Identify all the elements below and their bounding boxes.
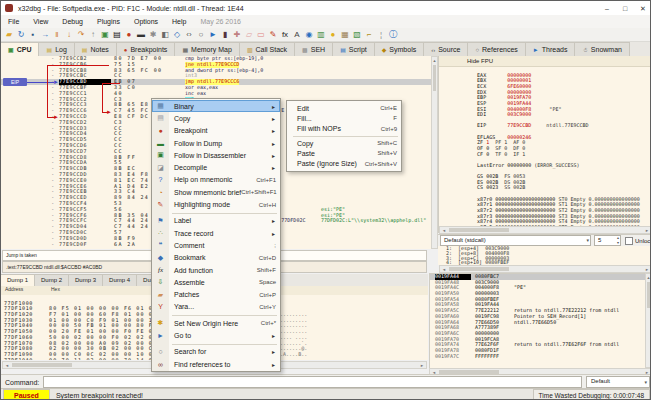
context-menu-item[interactable]: ▬ Follow in Dump ▸ bbox=[152, 137, 280, 149]
arguments-scrollbar[interactable]: ◄► bbox=[439, 265, 651, 273]
context-menu-item[interactable]: ● Breakpoint ▸ bbox=[152, 125, 280, 137]
unlocked-checkbox[interactable]: Unlocked bbox=[625, 237, 651, 245]
submenu-item[interactable]: Paste Shift+V bbox=[287, 148, 401, 158]
submenu-item[interactable]: Fill... F bbox=[287, 113, 401, 123]
view-tab[interactable]: ▤ Log bbox=[39, 42, 74, 56]
calling-convention-select[interactable]: Default (stdcall)▾ bbox=[440, 235, 591, 246]
context-menu-item[interactable]: ✱ Set New Origin Here Ctrl+* ▸ bbox=[152, 317, 280, 329]
view-tab[interactable]: ► Threads bbox=[526, 42, 576, 56]
dump-tab[interactable]: Dump 2 bbox=[35, 274, 69, 286]
toolbar-icon[interactable]: ● bbox=[123, 29, 135, 41]
hide-fpu-button[interactable]: Hide FPU bbox=[439, 56, 651, 67]
menu-item[interactable]: Options bbox=[127, 18, 165, 25]
arg-depth-stepper[interactable]: 5▴▾ bbox=[594, 235, 621, 246]
toolbar-icon[interactable]: ▱ bbox=[243, 29, 255, 41]
menu-item[interactable]: May 26 2016 bbox=[193, 18, 247, 25]
close-button[interactable]: ✕ bbox=[634, 2, 651, 15]
minimize-button[interactable]: – bbox=[598, 2, 616, 15]
stack-scrollbar[interactable]: ▲ bbox=[645, 273, 651, 368]
context-menu-item[interactable]: ► Go to ▸ bbox=[152, 329, 280, 341]
submenu-item[interactable]: Fill with NOPs Ctrl+9 bbox=[287, 124, 401, 134]
view-tab[interactable]: ▥ Call Stack bbox=[240, 42, 295, 56]
view-tab[interactable]: ☃ Snowman bbox=[575, 42, 630, 56]
context-menu-item[interactable]: ▦ Binary ▸ bbox=[152, 100, 280, 112]
toolbar-icon[interactable]: ▦ bbox=[339, 29, 351, 41]
toolbar-icon[interactable]: ◇ bbox=[171, 29, 183, 41]
context-menu-item[interactable]: ⚑ Label ▸ bbox=[152, 215, 280, 227]
context-menu-item[interactable]: ◪ Decompile ▸ bbox=[152, 161, 280, 173]
toolbar-icon[interactable]: ⓘ bbox=[387, 29, 399, 41]
menu-item[interactable]: Debug bbox=[55, 18, 90, 25]
dump-tab[interactable]: Dump 4 bbox=[103, 274, 137, 286]
menu-item[interactable]: View bbox=[26, 18, 55, 25]
context-menu-item[interactable]: ▤ Copy ▸ bbox=[152, 112, 280, 124]
view-tab[interactable]: ▩ SEH bbox=[295, 42, 333, 56]
menu-item[interactable]: Help bbox=[165, 18, 193, 25]
toolbar-icon[interactable]: ▪ bbox=[27, 29, 39, 41]
dump-tab[interactable]: Dump 1 bbox=[1, 274, 35, 286]
view-tab[interactable]: ▤ Notes bbox=[75, 42, 117, 56]
context-menu-item[interactable]: ? Help on mnemonic Ctrl+F1 ▸ bbox=[152, 174, 280, 186]
toolbar-icon[interactable]: ◧ bbox=[159, 29, 171, 41]
toolbar-icon[interactable]: A bbox=[291, 29, 303, 41]
toolbar-icon[interactable]: ◉ bbox=[303, 29, 315, 41]
registers-scrollbar[interactable]: ◄► bbox=[439, 226, 651, 234]
context-menu-item[interactable]: ⇩ Assemble Space ▸ bbox=[152, 276, 280, 288]
toolbar-icon[interactable]: ✚ bbox=[231, 29, 243, 41]
view-tab[interactable]: ◆ Symbols bbox=[375, 42, 424, 56]
command-dropdown[interactable]: Default▾ bbox=[586, 376, 650, 388]
context-menu-item[interactable]: Y Yara... Ctrl+Y ▸ bbox=[152, 301, 280, 313]
view-tab[interactable]: ▤ Script bbox=[333, 42, 375, 56]
toolbar-icon[interactable]: ▰ bbox=[3, 29, 15, 41]
context-menu-item[interactable]: ✎ Highlighting mode Ctrl+H ▸ bbox=[152, 198, 280, 210]
toolbar-icon[interactable]: ↑ bbox=[87, 29, 99, 41]
maximize-button[interactable]: □ bbox=[616, 2, 634, 15]
context-menu-item[interactable]: ○ Search for ▸ bbox=[152, 346, 280, 358]
context-menu-item[interactable]: ◆ Bookmark Ctrl+D ▸ bbox=[152, 252, 280, 264]
toolbar-icon[interactable]: ⌐ bbox=[363, 29, 375, 41]
toolbar-icon[interactable]: ↻ bbox=[15, 29, 27, 41]
view-tab[interactable]: ● Breakpoints bbox=[117, 42, 176, 56]
toolbar-icon[interactable]: ‹› bbox=[183, 29, 195, 41]
context-menu-item[interactable]: ❝ Comment ; ▸ bbox=[152, 239, 280, 251]
stack-row[interactable]: 0019FA7C FFFFFFFF bbox=[430, 354, 651, 360]
view-tab[interactable]: ▦ Memory Map bbox=[175, 42, 240, 56]
toolbar-icon[interactable]: ▤ bbox=[111, 29, 123, 41]
toolbar-icon[interactable]: fx bbox=[279, 29, 291, 41]
toolbar-icon[interactable]: ▣ bbox=[99, 29, 111, 41]
context-menu-item[interactable]: ▰ Patches Ctrl+P ▸ bbox=[152, 288, 280, 300]
toolbar-icon[interactable]: ↷ bbox=[75, 29, 87, 41]
toolbar-icon[interactable]: ▧ bbox=[351, 29, 363, 41]
context-menu-item[interactable]: ▣ Follow in Disassembler ▸ bbox=[152, 149, 280, 161]
submenu-item[interactable]: Edit Ctrl+E bbox=[287, 103, 401, 113]
dump-tab[interactable]: Dump 3 bbox=[69, 274, 103, 286]
toolbar-icon[interactable]: ▮ bbox=[219, 29, 231, 41]
submenu-item[interactable]: Paste (Ignore Size) Ctrl+Shift+V bbox=[287, 158, 401, 168]
arguments-panel[interactable]: 1: [esp+4] 003C90002: [esp+8] 004000F83:… bbox=[438, 246, 651, 265]
toolbar-icon[interactable]: ✎ bbox=[267, 29, 279, 41]
menu-item[interactable]: File bbox=[1, 18, 26, 25]
toolbar-icon[interactable]: ► bbox=[207, 29, 219, 41]
registers-panel[interactable]: Hide FPU EAX 00000000 EBX 00000001 ECX 6… bbox=[438, 56, 651, 233]
toolbar-icon[interactable]: ▥ bbox=[315, 29, 327, 41]
toolbar-icon[interactable]: ✱ bbox=[147, 29, 159, 41]
context-menu-item[interactable]: ∞ Find references to ▸ bbox=[152, 358, 280, 370]
toolbar-icon[interactable]: ‖ bbox=[51, 29, 63, 41]
view-tab[interactable]: ‹› Source bbox=[424, 42, 468, 56]
context-menu-item[interactable]: ◔ Show mnemonic brief Ctrl+Shift+F1 ▸ bbox=[152, 186, 280, 198]
context-menu-item[interactable]: fx Add function Shift+F ▸ bbox=[152, 264, 280, 276]
toolbar-icon[interactable]: → bbox=[39, 29, 51, 41]
toolbar-icon[interactable]: ¦ bbox=[375, 29, 387, 41]
menu-item[interactable]: Plugins bbox=[90, 18, 127, 25]
toolbar-icon[interactable]: ↓ bbox=[63, 29, 75, 41]
toolbar-icon[interactable]: ○ bbox=[195, 29, 207, 41]
toolbar-icon[interactable]: ▭ bbox=[255, 29, 267, 41]
disasm-scrollbar[interactable]: ▲ bbox=[431, 56, 438, 249]
command-input[interactable] bbox=[43, 376, 582, 388]
view-tab[interactable]: ○ References bbox=[468, 42, 525, 56]
view-tab[interactable]: ▣ CPU bbox=[1, 42, 39, 56]
toolbar-icon[interactable]: ▬ bbox=[135, 29, 147, 41]
toolbar-icon[interactable]: ● bbox=[327, 29, 339, 41]
stack-panel[interactable]: 0019FA44 0080FBC7 0019FA48 003C9000 0019… bbox=[429, 273, 651, 369]
context-menu-item[interactable]: ∴ Trace record ▸ bbox=[152, 227, 280, 239]
